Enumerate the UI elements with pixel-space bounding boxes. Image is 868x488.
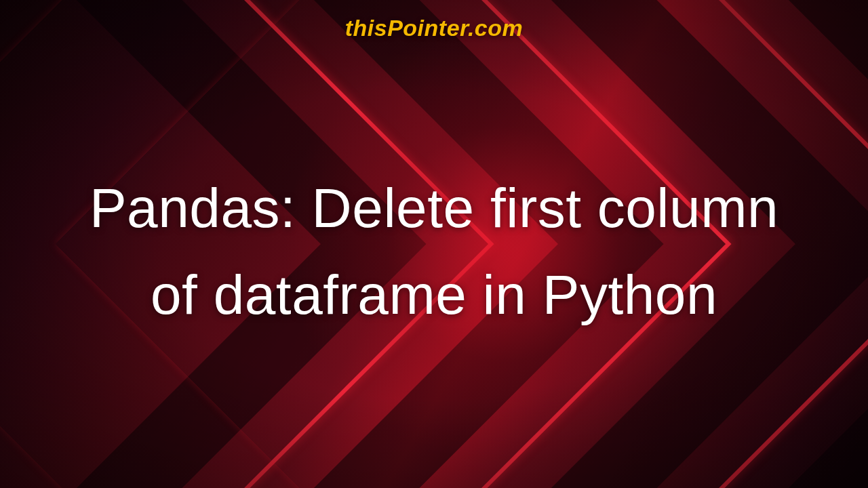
title-line-2: of dataframe in Python <box>151 264 717 325</box>
content-layer: thisPointer.com Pandas: Delete first col… <box>0 0 868 488</box>
title-container: Pandas: Delete first column of dataframe… <box>90 41 778 488</box>
main-title: Pandas: Delete first column of dataframe… <box>90 165 778 337</box>
title-line-1: Pandas: Delete first column <box>90 177 778 239</box>
banner-root: thisPointer.com Pandas: Delete first col… <box>0 0 868 488</box>
brand-logo-text: thisPointer.com <box>345 15 524 41</box>
